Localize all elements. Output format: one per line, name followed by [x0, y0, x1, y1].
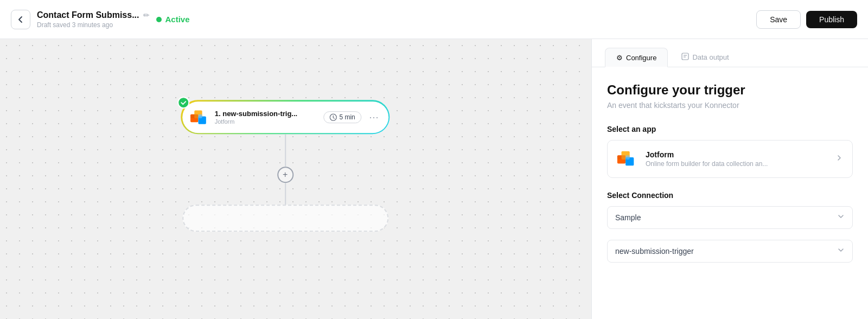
- next-node-placeholder: [182, 205, 388, 232]
- app-card-logo: [616, 148, 638, 170]
- trigger-select-wrapper: new-submission-trigger: [607, 240, 853, 263]
- connection-select[interactable]: Sample: [607, 206, 853, 229]
- app-selector-card[interactable]: Jotform Online form builder for data col…: [607, 140, 853, 178]
- configure-title: Configure your trigger: [607, 82, 853, 98]
- timer-badge: 5 min: [323, 111, 361, 123]
- title-area: Contact Form Submiss... ✏ Draft saved 3 …: [37, 10, 150, 29]
- timer-label: 5 min: [339, 113, 355, 121]
- app-card-name: Jotform: [646, 150, 835, 159]
- node-title: 1. new-submission-trig...: [215, 110, 318, 118]
- app-card-chevron-icon: [835, 154, 844, 165]
- app-card-desc: Online form builder for data collection …: [646, 160, 835, 168]
- jotform-logo: [189, 107, 209, 127]
- header-right: Save Publish: [756, 10, 857, 29]
- app-header: Contact Form Submiss... ✏ Draft saved 3 …: [0, 0, 868, 39]
- data-output-icon: [681, 53, 689, 62]
- node-subtitle: Jotform: [215, 118, 318, 125]
- trigger-node-wrapper[interactable]: 1. new-submission-trig... Jotform 5 min …: [181, 100, 390, 134]
- save-button[interactable]: Save: [756, 10, 801, 29]
- svg-rect-13: [626, 155, 630, 160]
- add-icon: +: [283, 170, 288, 180]
- select-connection-label: Select Connection: [607, 191, 853, 200]
- configure-tab-label: Configure: [626, 54, 656, 62]
- svg-rect-4: [198, 114, 202, 118]
- select-app-label: Select an app: [607, 125, 853, 133]
- panel-content: Configure your trigger An event that kic…: [592, 67, 868, 286]
- back-button[interactable]: [11, 10, 30, 29]
- configure-icon: ⚙: [616, 54, 623, 62]
- tab-configure[interactable]: ⚙ Configure: [605, 48, 668, 67]
- node-text: 1. new-submission-trig... Jotform: [215, 110, 318, 125]
- connector-line-top: [285, 134, 286, 167]
- svg-rect-3: [190, 114, 198, 118]
- page-title: Contact Form Submiss...: [37, 10, 139, 20]
- app-card-info: Jotform Online form builder for data col…: [646, 150, 835, 168]
- panel-tabs: ⚙ Configure Data output: [592, 39, 868, 67]
- add-step-button[interactable]: +: [277, 167, 293, 183]
- active-badge: Active: [156, 15, 189, 24]
- more-options-button[interactable]: ⋯: [367, 110, 381, 124]
- svg-rect-6: [682, 53, 688, 60]
- configure-subtitle: An event that kickstarts your Konnector: [607, 101, 853, 110]
- main-layout: 1. new-submission-trig... Jotform 5 min …: [0, 39, 868, 319]
- active-dot: [156, 17, 162, 22]
- connector-line-bottom: [285, 183, 286, 205]
- tab-data-output[interactable]: Data output: [670, 48, 740, 67]
- trigger-node: 1. new-submission-trig... Jotform 5 min …: [182, 101, 388, 133]
- edit-icon[interactable]: ✏: [143, 11, 150, 20]
- svg-rect-12: [617, 155, 626, 160]
- trigger-select[interactable]: new-submission-trigger: [607, 240, 853, 263]
- publish-button[interactable]: Publish: [806, 11, 857, 28]
- title-row: Contact Form Submiss... ✏: [37, 10, 150, 20]
- right-panel: ⚙ Configure Data output Configure your t…: [591, 39, 868, 319]
- active-label: Active: [165, 15, 189, 24]
- data-output-tab-label: Data output: [692, 53, 729, 61]
- workflow-canvas[interactable]: 1. new-submission-trig... Jotform 5 min …: [0, 39, 591, 319]
- draft-status: Draft saved 3 minutes ago: [37, 21, 150, 29]
- check-badge: [177, 97, 189, 109]
- header-left: Contact Form Submiss... ✏ Draft saved 3 …: [11, 10, 190, 29]
- node-container: 1. new-submission-trig... Jotform 5 min …: [181, 100, 390, 232]
- connection-select-wrapper: Sample: [607, 206, 853, 229]
